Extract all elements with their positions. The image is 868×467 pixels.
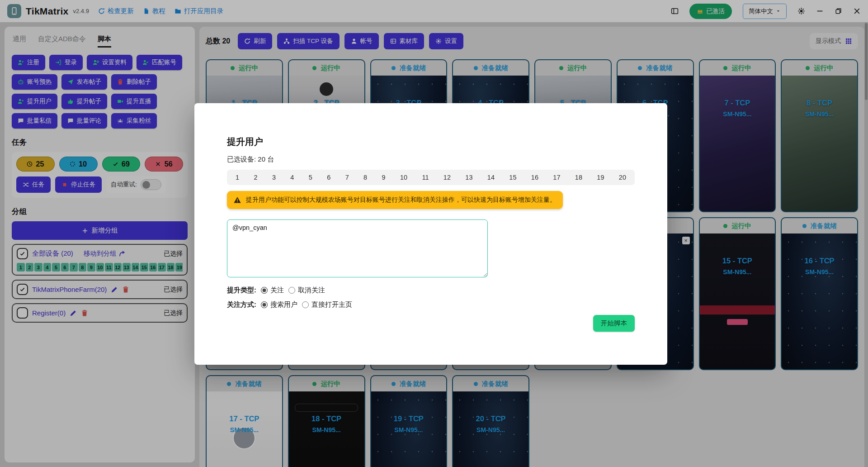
radio-input[interactable] [302,301,309,308]
modal-device-number: 15 [509,174,516,181]
warning-icon [234,196,241,204]
modal-title: 提升用户 [227,136,635,148]
target-user-input[interactable] [227,219,488,277]
modal-device-number: 11 [422,174,429,181]
radio-input[interactable] [261,287,268,294]
follow-method-option-1[interactable]: 直接打开主页 [302,300,352,309]
warning-banner: 提升用户功能可以控制大规模农场账号对目标账号进行关注和取消关注操作，可以快速为目… [227,191,563,209]
follow-method-row: 关注方式:搜索用户直接打开主页 [227,300,635,309]
promote-type-row: 提升类型:关注取消关注 [227,286,635,295]
modal-device-number: 2 [254,174,257,181]
modal-device-number: 4 [290,174,294,181]
modal-device-number: 20 [619,174,626,181]
promote-type-option-1[interactable]: 取消关注 [288,286,325,295]
promote-type-label: 提升类型: [227,286,256,295]
modal-footer: 开始脚本 [227,315,635,332]
modal-device-number: 5 [309,174,312,181]
modal-device-number: 6 [327,174,330,181]
modal-device-number: 10 [400,174,407,181]
modal-device-number: 14 [487,174,495,181]
start-script-button[interactable]: 开始脚本 [593,315,635,332]
modal-device-number: 17 [553,174,560,181]
warning-text: 提升用户功能可以控制大规模农场账号对目标账号进行关注和取消关注操作，可以快速为目… [246,196,556,204]
modal-device-number: 19 [597,174,604,181]
follow-method-label: 关注方式: [227,300,256,309]
selected-devices-label: 已选设备: 20 台 [227,155,635,164]
radio-input[interactable] [261,301,268,308]
follow-method-option-0[interactable]: 搜索用户 [261,300,297,309]
promote-user-modal: 提升用户 已选设备: 20 台 123456789101112131415161… [194,103,667,365]
modal-device-number: 8 [363,174,367,181]
modal-device-number: 12 [443,174,451,181]
promote-type-option-0[interactable]: 关注 [261,286,284,295]
modal-device-number: 16 [531,174,538,181]
modal-device-number: 18 [575,174,582,181]
modal-device-number: 7 [345,174,349,181]
modal-device-number: 9 [382,174,386,181]
modal-device-number: 1 [236,174,239,181]
modal-device-number: 3 [272,174,276,181]
radio-input[interactable] [288,287,295,294]
selected-device-numbers: 1234567891011121314151617181920 [227,170,635,185]
modal-device-number: 13 [465,174,472,181]
